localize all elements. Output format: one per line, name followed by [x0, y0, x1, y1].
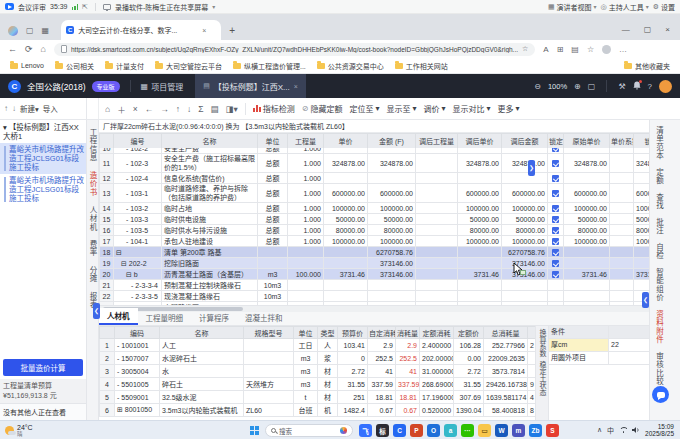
cell-adj_amount[interactable]	[502, 173, 548, 184]
header-cell-0[interactable]: 编码	[115, 327, 160, 339]
other-bookmarks[interactable]: 其他收藏夹	[624, 61, 670, 71]
cell-custom[interactable]: 18.81	[368, 391, 396, 404]
table-row[interactable]: 11- 102-3安全生产费（施工招标最高限价的1.5%）总额1.0003248…	[100, 154, 650, 173]
cell-locked[interactable]	[548, 258, 564, 269]
zoom-in-icon[interactable]: ⊕	[574, 82, 581, 91]
cell-orig[interactable]: 50000.00	[564, 214, 610, 225]
header-cell-2[interactable]: 规格型号	[244, 327, 294, 339]
move-up-icon[interactable]: ↑	[4, 104, 8, 113]
cell-unit[interactable]: 总额	[258, 225, 288, 236]
cell-qprice[interactable]: 1390.04	[454, 404, 484, 417]
taskbar-app-feishu[interactable]: 飞	[359, 424, 372, 437]
cell-qty[interactable]	[288, 258, 324, 269]
host-tools-button[interactable]: ◎ 主持人工具 ▾	[601, 2, 649, 12]
cell-type[interactable]: 机	[318, 404, 338, 417]
table-row[interactable]: 14- 103-2临时占地总额1.000100000.00100000.0010…	[100, 203, 650, 214]
table-row[interactable]: 13- 103-1临时道路修建、养护与拆除（包括原道路的养护费）总额1.0006…	[100, 184, 650, 203]
cell-locked[interactable]	[548, 203, 564, 214]
cell-name[interactable]: 水泥碎石土	[160, 352, 244, 365]
cell-locked[interactable]	[548, 291, 564, 302]
cell-adj_qty[interactable]	[416, 280, 458, 291]
soil-state-label[interactable]: 稳定土状态	[537, 361, 547, 396]
table-row[interactable]: 12- 102-4信息化系统(暂估价)总额1.000	[100, 173, 650, 184]
cell-adj_amount[interactable]: 80000.00	[502, 225, 548, 236]
cell-spec[interactable]	[244, 365, 294, 378]
cell-unit[interactable]: m3	[258, 269, 288, 280]
cell-adj_qty[interactable]	[416, 291, 458, 302]
header-cell-1[interactable]: 名称	[160, 327, 244, 339]
cell-custom[interactable]: 41	[368, 365, 396, 378]
right-tab-0[interactable]: 清单范本	[654, 126, 665, 160]
cell-adj_price[interactable]	[458, 173, 502, 184]
cell-orig[interactable]: 100000.00	[564, 203, 610, 214]
header-cell-10[interactable]: 原始单价	[564, 134, 610, 149]
cell-coef[interactable]	[610, 184, 634, 203]
cell-adj_amount[interactable]: 50000.00	[502, 214, 548, 225]
workspace-icon[interactable]: ▢	[26, 26, 34, 35]
cell-total[interactable]: 252.77966	[484, 339, 528, 352]
checkbox-checked[interactable]	[552, 249, 559, 256]
cell-qty[interactable]	[288, 291, 324, 302]
cell-amount[interactable]: 100000.00	[368, 203, 416, 214]
presenter-view-button[interactable]: ▦ 演讲者视图 ▾	[548, 2, 597, 12]
cell-type[interactable]: 材	[318, 391, 338, 404]
table-row[interactable]: 3- 3005004水m3材2.72414131.0000002.723573.…	[100, 365, 536, 378]
cell-adj_price[interactable]: 600000.00	[458, 184, 502, 203]
cell-extra[interactable]: 2	[528, 339, 536, 352]
cell-price[interactable]: 1482.4	[338, 404, 368, 417]
bottom-tab-3[interactable]: 混凝土拌和	[237, 310, 291, 325]
zoom-out-icon[interactable]: ⊖	[534, 82, 541, 91]
cell-name[interactable]: 现浇混凝土路缘石	[162, 291, 258, 302]
cell-qty[interactable]: 1.000	[288, 236, 324, 247]
cell-type[interactable]: 材	[318, 365, 338, 378]
cell-unit[interactable]: 10m3	[258, 280, 288, 291]
header-cell-6[interactable]: 调后工程量	[416, 134, 458, 149]
cell-coef[interactable]	[610, 203, 634, 214]
cell-qty[interactable]	[288, 247, 324, 258]
cell-adj_price[interactable]: 50000.00	[458, 214, 502, 225]
cell-adj_price[interactable]: 100000.00	[458, 236, 502, 247]
browser-profile-avatar[interactable]	[8, 26, 18, 36]
right-tab-4[interactable]: 自检	[654, 243, 665, 260]
cell-unit[interactable]: m3	[294, 365, 318, 378]
cell-orig[interactable]: 324878.00	[564, 154, 610, 173]
tree-item[interactable]: 嘉峪关市机场路提升改造工程JCLSG01标段施工投标	[0, 174, 86, 205]
left-nav-0[interactable]: 工程信息	[87, 128, 98, 162]
condition-value-cell[interactable]	[609, 352, 649, 364]
cell-orig[interactable]	[564, 291, 610, 302]
checkbox-checked[interactable]	[552, 190, 559, 197]
cell-type[interactable]: 材	[318, 378, 338, 391]
address-bar[interactable]: https://dsk.smartcost.com.cn/subject/Ug2…	[54, 43, 535, 56]
cell-code[interactable]: - 5509001	[115, 391, 160, 404]
table-row[interactable]: 19⊟ 202-2挖除旧路面373146.00373146.00	[100, 258, 650, 269]
cell-adj_qty[interactable]	[416, 173, 458, 184]
cell-price[interactable]	[324, 258, 368, 269]
input-language-indicator[interactable]: 中	[607, 425, 614, 435]
cell-lock_price[interactable]	[634, 280, 650, 291]
cell-custom[interactable]: 252.5	[368, 352, 396, 365]
cell-qty[interactable]: 1.000	[288, 225, 324, 236]
cell-consume[interactable]: 2.9	[396, 339, 420, 352]
checkbox-checked[interactable]	[552, 148, 559, 152]
cell-name[interactable]: 水	[160, 365, 244, 378]
cell-code[interactable]: - 102-3	[114, 154, 162, 173]
condition-value-cell[interactable]: 22	[609, 339, 649, 351]
cell-price[interactable]: 100000.00	[324, 203, 368, 214]
start-button[interactable]	[250, 426, 259, 435]
header-cell-10[interactable]: 总消耗量	[484, 327, 528, 339]
cell-name[interactable]: 信息化系统(暂估价)	[162, 173, 258, 184]
cell-code[interactable]: - 103-3	[114, 214, 162, 225]
cell-amount[interactable]: 373146.00	[368, 269, 416, 280]
cell-consume[interactable]: 18.81	[396, 391, 420, 404]
right-tab-7[interactable]: 审核比较	[654, 352, 665, 386]
cell-adj_amount[interactable]: 373146.00	[502, 258, 548, 269]
cell-spec[interactable]: 天然堆方	[244, 378, 294, 391]
left-nav-4[interactable]: 分摊	[87, 266, 98, 283]
taskbar-app-word[interactable]: W	[495, 424, 508, 437]
header-cell-7[interactable]: 调后单价	[458, 134, 502, 149]
cell-qconsume[interactable]: 0.520000	[420, 404, 454, 417]
cell-consume[interactable]: 337.59	[396, 378, 420, 391]
cell-extra[interactable]: 4	[528, 391, 536, 404]
cell-name[interactable]: 3.5m3以内轮胎式装载机	[160, 404, 244, 417]
table-row[interactable]: 2- 1507007水泥碎石土m3浆0252.5252.5202.0000000…	[100, 352, 536, 365]
